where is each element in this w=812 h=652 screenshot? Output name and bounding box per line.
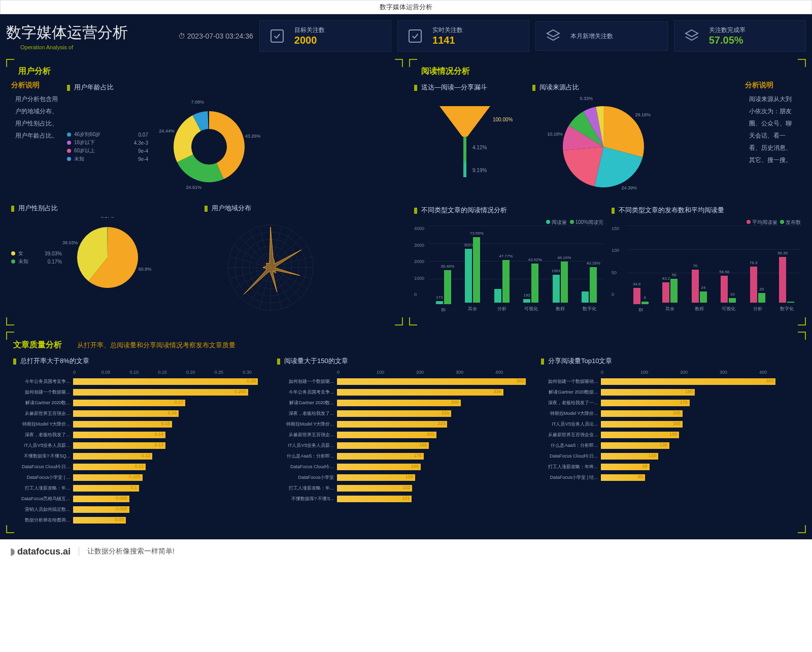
svg-line-17 <box>270 268 308 289</box>
svg-rect-42 <box>463 162 466 177</box>
check-icon <box>406 27 424 45</box>
section-title-user: 用户分析 <box>11 62 398 81</box>
kpi-label: 目标关注数 <box>294 26 325 35</box>
region-radar-chart[interactable] <box>205 217 336 318</box>
hbar-row: 从最新世界五百强企... 201 <box>277 430 535 439</box>
hbar-row: 如何创建一个数据驱... 0.265 <box>13 387 271 397</box>
hbar-row: DataFocus Cloud今日... 116 <box>541 451 799 461</box>
dashboard: 数字媒体运营分析 Operation Analysis of 2023-07-0… <box>0 14 812 539</box>
section-title-reading: 阅读情况分析 <box>414 62 801 81</box>
hbar-row: IT人员VS业务人员论... 165 <box>541 419 799 429</box>
hbar-row: 如何创建一个数据驱动... 353 <box>541 377 799 386</box>
subtitle: Operation Analysis of <box>20 44 172 50</box>
kpi-value: 2000 <box>294 35 325 46</box>
hbar-row: DataFocus亮相乌镇互... 0.085 <box>13 494 271 503</box>
svg-text:24.39%: 24.39% <box>621 185 637 190</box>
kpi-value: 1141 <box>432 35 463 46</box>
hbar-row: 深夜，老板给我发了一... 179 <box>541 398 799 407</box>
legend-label: 发布数 <box>786 219 801 225</box>
layers-icon <box>683 27 701 45</box>
svg-text:5.33%: 5.33% <box>580 96 593 101</box>
hbar-row: IT人员VS业务人员薪... 186 <box>277 441 535 450</box>
check-icon <box>268 27 286 45</box>
hbar-row: 不懂数据库? 不懂S... 151 <box>277 494 535 503</box>
chart-title-share-top10: 分享阅读量Top10文章 <box>541 354 799 370</box>
hbar-row: DataFocus小学堂 158 <box>277 473 535 482</box>
svg-text:24.44%: 24.44% <box>159 128 175 134</box>
legend-label: 100%阅读完 <box>575 219 603 225</box>
note-text: 用户分析包含用户的地域分布、用户性别占比、用户年龄占比。 <box>11 90 67 145</box>
layers-icon <box>544 27 562 45</box>
chart-title-type-publish: 不同类型文章的发布数和平均阅读量 <box>612 204 801 219</box>
hbar-row: DataFocus小学堂 | ... 0.105 <box>13 473 271 482</box>
kpi-new: 本月新增关注数 <box>535 21 667 51</box>
kpi-value: 57.05% <box>709 35 746 46</box>
age-legend: 46岁到60岁0.0718岁以下4.3e-360岁以上9e-4未知9e-4 <box>67 130 148 164</box>
svg-text:43.26%: 43.26% <box>245 134 261 139</box>
hbar-row: 从最新世界五百强企... 0.16 <box>13 409 271 418</box>
svg-line-29 <box>233 246 270 268</box>
open-rate-hbar[interactable]: 00.050.100.150.200.250.30 今年公务员国考竞争... 0… <box>13 370 271 525</box>
chart-title-gender: 用户性别占比 <box>11 202 205 217</box>
hbar-row: 今年公务员国考竞争... 0.28 <box>13 377 271 386</box>
header: 数字媒体运营分析 Operation Analysis of 2023-07-0… <box>6 20 806 52</box>
source-pie-chart[interactable]: 29.16%24.39%10.18%5.33% <box>532 96 674 198</box>
panel-quality: 文章质量分析 从打开率、总阅读量和分享阅读情况考察发布文章质量 总打开率大于8%… <box>6 332 806 533</box>
svg-text:0.17%: 0.17% <box>101 217 114 219</box>
gender-pie-chart[interactable]: 60.8%39.03%0.17% <box>62 217 153 298</box>
chart-title-funnel: 送达—阅读—分享漏斗 <box>414 81 532 96</box>
kpi-completion: 关注数完成率57.05% <box>674 20 806 52</box>
note-title: 分析说明 <box>745 81 801 90</box>
hbar-row: 解读Gartner 2020数据... 190 <box>541 387 799 397</box>
legend-label: 平均阅读量 <box>752 219 777 225</box>
section-title-quality: 文章质量分析 <box>13 336 69 354</box>
hbar-row: 今年公务员国考竞争... 336 <box>277 387 535 397</box>
svg-rect-41 <box>463 137 466 162</box>
svg-text:100.00%: 100.00% <box>493 117 513 122</box>
panel-reading: 阅读情况分析 送达—阅读—分享漏斗 100.00% 4.12% 9.19% 阅读… <box>409 59 806 325</box>
hbar-row: 不懂数据库? 不懂SQ... 0.12 <box>13 451 271 461</box>
hbar-row: 从最新世界五百强企业... 158 <box>541 430 799 439</box>
svg-text:60.8%: 60.8% <box>139 267 152 272</box>
hbar-row: 深夜，老板给我发了... 231 <box>277 409 535 418</box>
svg-text:10.18%: 10.18% <box>547 132 563 137</box>
hbar-row: 打工人涨薪攻略：年终... 98 <box>541 462 799 471</box>
hbar-row: 打工人涨薪攻略：年... 0.1 <box>13 483 271 493</box>
hbar-row: 营销人员如何搞定数... 0.085 <box>13 505 271 514</box>
hbar-row: 如何创建一个数据驱... 382 <box>277 377 535 386</box>
svg-text:24.61%: 24.61% <box>186 185 202 190</box>
footer: datafocus.ai 让数据分析像搜索一样简单! <box>0 539 812 563</box>
footer-logo: datafocus.ai <box>10 546 71 557</box>
svg-text:4.12%: 4.12% <box>472 145 487 150</box>
kpi-label: 关注数完成率 <box>709 26 746 35</box>
kpi-label: 实时关注数 <box>432 26 463 35</box>
type-read-bar-chart[interactable]: 01000200030004000 173 38.48% BI 3021 73.… <box>414 226 603 312</box>
hbar-row: 深夜，老板给我发了... 0.14 <box>13 430 271 439</box>
svg-text:9.19%: 9.19% <box>472 168 487 173</box>
quality-subtitle: 从打开率、总阅读量和分享阅读情况考察发布文章质量 <box>77 341 235 350</box>
hbar-row: 什么是AaaS：分析即... 175 <box>277 451 535 461</box>
hbar-row: 特斯拉Model Y大降价... 0.15 <box>13 419 271 429</box>
read150-hbar[interactable]: 0100200300400 如何创建一个数据驱... 382 今年公务员国考竞争… <box>277 370 535 503</box>
window-title: 数字媒体运营分析 <box>0 0 812 14</box>
funnel-chart[interactable]: 100.00% 4.12% 9.19% <box>414 96 516 187</box>
share-top10-hbar[interactable]: 0100200300400 如何创建一个数据驱动... 353 解读Gartne… <box>541 370 799 482</box>
chart-title-region: 用户地域分布 <box>205 202 398 217</box>
chart-title-source: 阅读来源占比 <box>532 81 745 96</box>
type-publish-bar-chart[interactable]: 050100150 34.6 5 BI 43.2 50 其余 70 24 教程 … <box>612 226 801 312</box>
svg-text:39.03%: 39.03% <box>62 240 78 245</box>
svg-text:7.08%: 7.08% <box>191 100 205 105</box>
chart-title-open-rate: 总打开率大于8%的文章 <box>13 354 271 370</box>
kpi-target: 目标关注数2000 <box>259 20 391 52</box>
legend-label: 阅读量 <box>552 219 567 225</box>
hbar-row: DataFocus小学堂 | 结... 89 <box>541 473 799 482</box>
panel-user: 用户分析 分析说明 用户分析包含用户的地域分布、用户性别占比、用户年龄占比。 用… <box>6 59 403 325</box>
datetime: 2023-07-03 03:24:36 <box>178 32 253 40</box>
hbar-row: 解读Gartner 2020数... 0.17 <box>13 398 271 407</box>
svg-line-31 <box>249 231 270 268</box>
hbar-row: 解读Gartner 2020数... 250 <box>277 398 535 407</box>
svg-marker-40 <box>439 106 490 137</box>
chart-title-age: 用户年龄占比 <box>67 81 398 96</box>
kpi-realtime: 实时关注数1141 <box>397 20 529 52</box>
age-donut-chart[interactable]: 43.26%24.61%24.44%7.08% <box>148 96 270 198</box>
